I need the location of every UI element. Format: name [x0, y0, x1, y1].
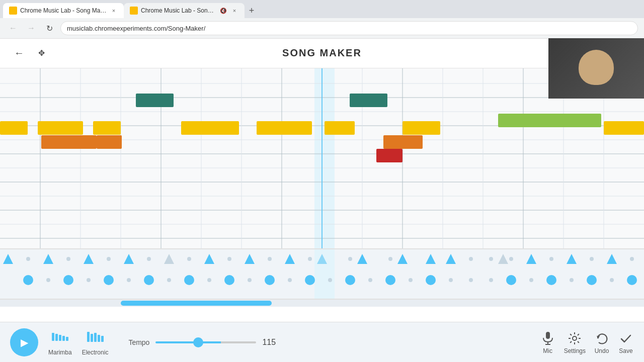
svg-point-45 — [26, 257, 30, 261]
electronic-selector[interactable]: Electronic — [82, 329, 109, 356]
save-icon — [618, 330, 634, 346]
electronic-icon — [86, 329, 104, 347]
tab-1-favicon — [9, 7, 17, 15]
save-label: Save — [619, 347, 632, 354]
svg-marker-74 — [607, 254, 617, 264]
svg-marker-63 — [397, 254, 408, 264]
tab-2[interactable]: Chrome Music Lab - Song M... 🔇 × — [124, 3, 245, 18]
webcam-face — [579, 50, 614, 85]
reload-button[interactable]: ↻ — [42, 21, 56, 35]
svg-point-86 — [207, 278, 211, 282]
back-icon: ← — [14, 47, 24, 59]
scrollbar-thumb[interactable] — [121, 301, 272, 306]
svg-point-64 — [388, 257, 392, 261]
percussion-area[interactable] — [0, 249, 644, 300]
app-content: ← ✥ SONG MAKER ↻ — [0, 38, 644, 362]
svg-rect-27 — [136, 94, 174, 107]
svg-point-67 — [469, 257, 473, 261]
svg-rect-30 — [38, 121, 83, 135]
svg-rect-29 — [0, 121, 28, 135]
tab-1-close[interactable]: × — [110, 7, 118, 15]
svg-point-91 — [305, 275, 315, 285]
svg-point-79 — [63, 275, 73, 285]
scrollbar-area — [0, 300, 644, 307]
address-bar: ← → ↻ musiclab.chromeexperiments.com/Son… — [0, 18, 644, 38]
mic-icon — [540, 330, 556, 346]
svg-point-53 — [187, 257, 191, 261]
electronic-label: Electronic — [82, 349, 109, 356]
svg-point-106 — [610, 278, 614, 282]
back-button[interactable]: ← — [6, 21, 20, 35]
svg-rect-117 — [101, 336, 104, 342]
play-button[interactable]: ▶ — [10, 328, 38, 356]
top-bar: ← ✥ SONG MAKER ↻ — [0, 38, 644, 68]
play-icon: ▶ — [21, 336, 28, 348]
svg-point-73 — [549, 257, 553, 261]
grid-lines-svg — [0, 68, 644, 248]
svg-marker-66 — [446, 254, 456, 264]
svg-marker-72 — [567, 254, 577, 264]
svg-point-99 — [506, 275, 516, 285]
settings-label: Settings — [564, 347, 586, 354]
svg-point-62 — [348, 257, 352, 261]
move-button[interactable]: ✥ — [32, 44, 50, 62]
svg-rect-115 — [94, 333, 97, 342]
browser-chrome: Chrome Music Lab - Song Maker × Chrome M… — [0, 0, 644, 39]
svg-marker-44 — [3, 254, 13, 264]
marimba-selector[interactable]: Marimba — [48, 329, 72, 356]
tab-1[interactable]: Chrome Music Lab - Song Maker × — [3, 3, 124, 18]
svg-point-107 — [627, 275, 637, 285]
svg-point-76 — [630, 257, 634, 261]
svg-point-89 — [265, 275, 275, 285]
svg-rect-32 — [181, 121, 239, 135]
svg-point-105 — [587, 275, 597, 285]
tab-2-favicon — [130, 7, 138, 15]
tab-2-mute-icon[interactable]: 🔇 — [219, 7, 227, 15]
svg-point-101 — [489, 278, 493, 282]
svg-point-78 — [46, 278, 50, 282]
tab-1-label: Chrome Music Lab - Song Maker — [20, 7, 107, 14]
save-control[interactable]: Save — [618, 330, 634, 354]
svg-point-75 — [590, 257, 594, 261]
new-tab-button[interactable]: + — [245, 4, 259, 18]
mic-label: Mic — [543, 347, 552, 354]
svg-point-47 — [66, 257, 70, 261]
tab-2-label: Chrome Music Lab - Song M... — [141, 7, 216, 14]
tempo-slider[interactable] — [155, 341, 256, 343]
svg-rect-37 — [604, 121, 644, 135]
url-bar[interactable]: musiclab.chromeexperiments.com/Song-Make… — [60, 21, 638, 35]
svg-point-102 — [546, 275, 556, 285]
marimba-icon — [51, 329, 69, 347]
mic-control[interactable]: Mic — [540, 330, 556, 354]
svg-point-94 — [368, 278, 372, 282]
svg-marker-48 — [84, 254, 94, 264]
note-grid[interactable] — [0, 68, 644, 249]
svg-point-87 — [224, 275, 234, 285]
bottom-toolbar: ▶ Marimba — [0, 322, 644, 362]
forward-button[interactable]: → — [24, 21, 38, 35]
svg-point-81 — [104, 275, 114, 285]
webcam-feed — [548, 38, 644, 99]
svg-rect-39 — [97, 135, 122, 149]
svg-point-77 — [23, 275, 33, 285]
svg-point-92 — [328, 278, 332, 282]
svg-point-71 — [509, 257, 513, 261]
svg-rect-36 — [498, 114, 601, 127]
svg-point-97 — [426, 275, 436, 285]
svg-rect-40 — [383, 135, 423, 149]
url-text: musiclab.chromeexperiments.com/Song-Make… — [67, 25, 205, 32]
webcam-overlay — [548, 38, 644, 99]
svg-rect-116 — [98, 335, 100, 342]
back-button[interactable]: ← — [10, 44, 28, 62]
tempo-label: Tempo — [128, 338, 149, 346]
tab-2-close[interactable]: × — [230, 7, 238, 15]
svg-point-95 — [385, 275, 395, 285]
svg-rect-111 — [62, 336, 65, 341]
undo-control[interactable]: Undo — [594, 330, 610, 354]
svg-marker-56 — [245, 254, 255, 264]
svg-point-55 — [227, 257, 231, 261]
settings-control[interactable]: Settings — [564, 330, 586, 354]
svg-rect-108 — [52, 333, 54, 341]
svg-point-57 — [268, 257, 272, 261]
right-controls: Mic Settings — [540, 330, 634, 354]
